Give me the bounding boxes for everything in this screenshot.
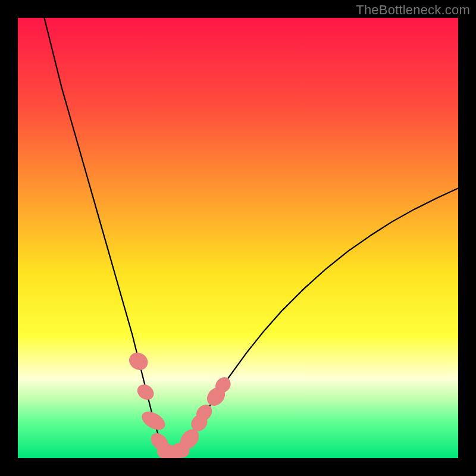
gradient-background	[18, 18, 458, 458]
chart-svg	[18, 18, 458, 458]
chart-plot-area	[18, 18, 458, 458]
watermark-text: TheBottleneck.com	[356, 2, 470, 18]
